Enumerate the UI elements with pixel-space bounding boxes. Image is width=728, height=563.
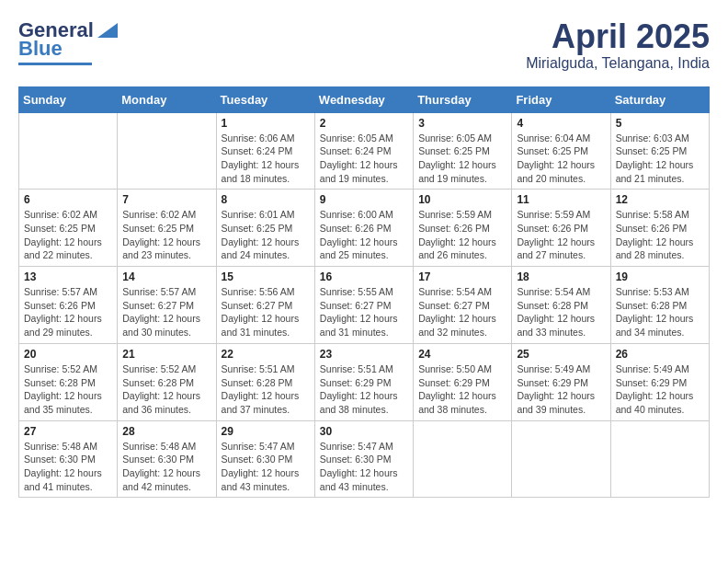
day-info: Sunrise: 5:49 AM Sunset: 6:29 PM Dayligh… [616, 362, 704, 417]
page-header: General Blue April 2025 Mirialguda, Tela… [18, 18, 710, 72]
title-block: April 2025 Mirialguda, Telangana, India [526, 18, 710, 72]
day-info: Sunrise: 5:52 AM Sunset: 6:28 PM Dayligh… [24, 362, 112, 417]
day-number: 8 [222, 193, 310, 206]
day-number: 17 [418, 270, 506, 283]
location: Mirialguda, Telangana, India [526, 55, 710, 72]
weekday-header: Tuesday [216, 86, 314, 112]
day-number: 29 [222, 425, 310, 438]
day-number: 7 [122, 193, 210, 206]
calendar-cell [414, 420, 512, 498]
day-number: 10 [418, 193, 506, 206]
calendar-header-row: SundayMondayTuesdayWednesdayThursdayFrid… [19, 86, 710, 112]
day-info: Sunrise: 6:01 AM Sunset: 6:25 PM Dayligh… [222, 208, 310, 262]
day-number: 27 [24, 425, 112, 438]
day-number: 24 [418, 348, 506, 361]
logo-underline [18, 63, 92, 65]
calendar-cell: 13Sunrise: 5:57 AM Sunset: 6:26 PM Dayli… [19, 267, 118, 344]
calendar-week-row: 13Sunrise: 5:57 AM Sunset: 6:26 PM Dayli… [19, 267, 710, 344]
day-info: Sunrise: 5:59 AM Sunset: 6:26 PM Dayligh… [418, 208, 506, 262]
calendar-cell: 12Sunrise: 5:58 AM Sunset: 6:26 PM Dayli… [610, 190, 709, 267]
weekday-header: Wednesday [314, 86, 413, 112]
calendar-cell: 8Sunrise: 6:01 AM Sunset: 6:25 PM Daylig… [216, 190, 314, 267]
calendar-cell [610, 420, 709, 498]
calendar-cell: 3Sunrise: 6:05 AM Sunset: 6:25 PM Daylig… [414, 112, 512, 190]
day-number: 18 [517, 270, 605, 283]
calendar-week-row: 6Sunrise: 6:02 AM Sunset: 6:25 PM Daylig… [19, 190, 710, 267]
weekday-header: Thursday [414, 86, 512, 112]
calendar-cell: 18Sunrise: 5:54 AM Sunset: 6:28 PM Dayli… [512, 267, 610, 344]
calendar-cell: 30Sunrise: 5:47 AM Sunset: 6:30 PM Dayli… [314, 420, 413, 498]
day-number: 16 [320, 270, 408, 283]
calendar-cell: 21Sunrise: 5:52 AM Sunset: 6:28 PM Dayli… [118, 343, 216, 420]
calendar-cell: 10Sunrise: 5:59 AM Sunset: 6:26 PM Dayli… [414, 190, 512, 267]
day-info: Sunrise: 5:56 AM Sunset: 6:27 PM Dayligh… [222, 285, 310, 339]
day-info: Sunrise: 5:48 AM Sunset: 6:30 PM Dayligh… [122, 440, 210, 494]
calendar-cell: 20Sunrise: 5:52 AM Sunset: 6:28 PM Dayli… [19, 343, 118, 420]
calendar-cell: 1Sunrise: 6:06 AM Sunset: 6:24 PM Daylig… [216, 112, 314, 190]
logo-blue: Blue [18, 37, 63, 61]
day-info: Sunrise: 5:54 AM Sunset: 6:28 PM Dayligh… [517, 285, 605, 339]
calendar-cell: 11Sunrise: 5:59 AM Sunset: 6:26 PM Dayli… [512, 190, 610, 267]
day-info: Sunrise: 5:49 AM Sunset: 6:29 PM Dayligh… [517, 362, 605, 417]
day-info: Sunrise: 6:06 AM Sunset: 6:24 PM Dayligh… [222, 132, 310, 186]
day-number: 28 [122, 425, 210, 438]
calendar-week-row: 27Sunrise: 5:48 AM Sunset: 6:30 PM Dayli… [19, 420, 710, 498]
weekday-header: Friday [512, 86, 610, 112]
calendar-cell: 17Sunrise: 5:54 AM Sunset: 6:27 PM Dayli… [414, 267, 512, 344]
day-number: 13 [24, 270, 112, 283]
calendar-cell: 19Sunrise: 5:53 AM Sunset: 6:28 PM Dayli… [610, 267, 709, 344]
day-info: Sunrise: 5:54 AM Sunset: 6:27 PM Dayligh… [418, 285, 506, 339]
day-info: Sunrise: 6:04 AM Sunset: 6:25 PM Dayligh… [517, 132, 605, 186]
day-number: 3 [418, 117, 506, 130]
day-number: 22 [222, 348, 310, 361]
calendar-cell: 24Sunrise: 5:50 AM Sunset: 6:29 PM Dayli… [414, 343, 512, 420]
day-number: 25 [517, 348, 605, 361]
calendar-cell: 29Sunrise: 5:47 AM Sunset: 6:30 PM Dayli… [216, 420, 314, 498]
weekday-header: Monday [118, 86, 216, 112]
day-number: 1 [222, 117, 310, 130]
day-number: 21 [122, 348, 210, 361]
day-number: 30 [320, 425, 408, 438]
calendar-cell: 26Sunrise: 5:49 AM Sunset: 6:29 PM Dayli… [610, 343, 709, 420]
calendar-cell: 16Sunrise: 5:55 AM Sunset: 6:27 PM Dayli… [314, 267, 413, 344]
day-number: 19 [616, 270, 704, 283]
day-info: Sunrise: 6:03 AM Sunset: 6:25 PM Dayligh… [616, 132, 704, 186]
calendar-week-row: 1Sunrise: 6:06 AM Sunset: 6:24 PM Daylig… [19, 112, 710, 190]
day-number: 6 [24, 193, 112, 206]
day-number: 14 [122, 270, 210, 283]
day-number: 12 [616, 193, 704, 206]
day-info: Sunrise: 5:57 AM Sunset: 6:26 PM Dayligh… [24, 285, 112, 339]
logo: General Blue [18, 18, 118, 65]
calendar-cell: 4Sunrise: 6:04 AM Sunset: 6:25 PM Daylig… [512, 112, 610, 190]
day-number: 23 [320, 348, 408, 361]
day-info: Sunrise: 6:05 AM Sunset: 6:24 PM Dayligh… [320, 132, 408, 186]
calendar-cell: 6Sunrise: 6:02 AM Sunset: 6:25 PM Daylig… [19, 190, 118, 267]
day-info: Sunrise: 5:50 AM Sunset: 6:29 PM Dayligh… [418, 362, 506, 417]
calendar-cell: 14Sunrise: 5:57 AM Sunset: 6:27 PM Dayli… [118, 267, 216, 344]
day-number: 4 [517, 117, 605, 130]
day-info: Sunrise: 5:58 AM Sunset: 6:26 PM Dayligh… [616, 208, 704, 262]
calendar-cell: 28Sunrise: 5:48 AM Sunset: 6:30 PM Dayli… [118, 420, 216, 498]
day-info: Sunrise: 5:47 AM Sunset: 6:30 PM Dayligh… [222, 440, 310, 494]
day-number: 5 [616, 117, 704, 130]
day-number: 11 [517, 193, 605, 206]
day-info: Sunrise: 6:02 AM Sunset: 6:25 PM Dayligh… [24, 208, 112, 262]
day-info: Sunrise: 5:47 AM Sunset: 6:30 PM Dayligh… [320, 440, 408, 494]
day-info: Sunrise: 5:51 AM Sunset: 6:29 PM Dayligh… [320, 362, 408, 417]
calendar-cell: 27Sunrise: 5:48 AM Sunset: 6:30 PM Dayli… [19, 420, 118, 498]
day-info: Sunrise: 6:00 AM Sunset: 6:26 PM Dayligh… [320, 208, 408, 262]
calendar-week-row: 20Sunrise: 5:52 AM Sunset: 6:28 PM Dayli… [19, 343, 710, 420]
calendar-cell: 2Sunrise: 6:05 AM Sunset: 6:24 PM Daylig… [314, 112, 413, 190]
calendar-cell [512, 420, 610, 498]
day-info: Sunrise: 6:02 AM Sunset: 6:25 PM Dayligh… [122, 208, 210, 262]
calendar-cell [19, 112, 118, 190]
month-title: April 2025 [526, 18, 710, 55]
day-info: Sunrise: 5:52 AM Sunset: 6:28 PM Dayligh… [122, 362, 210, 417]
day-info: Sunrise: 6:05 AM Sunset: 6:25 PM Dayligh… [418, 132, 506, 186]
calendar-cell: 23Sunrise: 5:51 AM Sunset: 6:29 PM Dayli… [314, 343, 413, 420]
calendar-cell [118, 112, 216, 190]
day-info: Sunrise: 5:53 AM Sunset: 6:28 PM Dayligh… [616, 285, 704, 339]
day-number: 2 [320, 117, 408, 130]
day-info: Sunrise: 5:51 AM Sunset: 6:28 PM Dayligh… [222, 362, 310, 417]
calendar-cell: 22Sunrise: 5:51 AM Sunset: 6:28 PM Dayli… [216, 343, 314, 420]
